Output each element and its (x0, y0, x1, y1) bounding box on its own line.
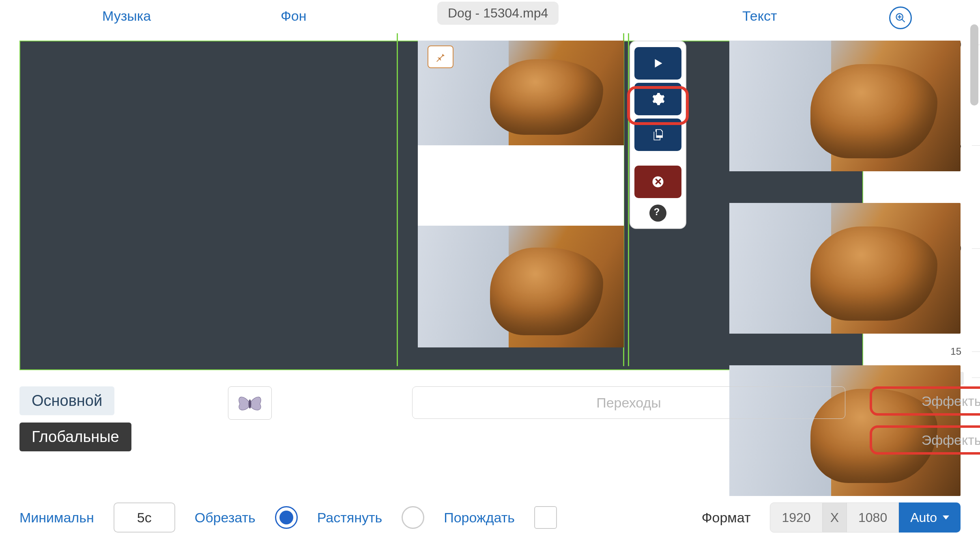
settings-button[interactable] (634, 83, 681, 115)
clip-toolbar: ? (630, 41, 686, 229)
svg-line-1 (902, 19, 905, 22)
zoom-in-icon (895, 12, 906, 24)
copy-icon (651, 127, 665, 142)
copy-button[interactable] (634, 119, 681, 151)
svg-text:?: ? (654, 206, 660, 217)
preview-thumbnail[interactable] (729, 203, 961, 334)
format-height[interactable]: 1080 (847, 502, 899, 533)
clip-column[interactable] (418, 41, 624, 347)
tab-music[interactable]: Музыка (102, 8, 151, 24)
spawn-checkbox[interactable] (534, 506, 557, 529)
gear-icon (651, 92, 665, 106)
pin-icon (434, 51, 447, 63)
effects-field-main[interactable]: Эффекты (870, 386, 980, 416)
effects-field-global[interactable]: Эффекты (870, 425, 980, 455)
ruler-tick: 15 (950, 346, 964, 357)
stretch-radio[interactable] (402, 506, 424, 529)
top-tab-row: Музыка Фон Dog - 15304.mp4 Текст Просмот… (19, 0, 961, 32)
main-tag[interactable]: Основной (19, 386, 114, 415)
segment-divider (628, 33, 629, 366)
vertical-scrollbar[interactable] (970, 24, 978, 106)
auto-label: Auto (910, 510, 937, 525)
format-group: 1920 X 1080 Auto (770, 502, 961, 533)
caret-down-icon (943, 515, 949, 520)
format-label: Формат (702, 510, 751, 526)
transitions-field[interactable]: Переходы (412, 386, 845, 419)
format-x: X (823, 502, 847, 533)
tab-text[interactable]: Текст (742, 8, 777, 24)
preview-thumbnail[interactable] (729, 41, 961, 171)
clip-thumbnail[interactable] (418, 226, 624, 347)
butterfly-button[interactable] (228, 386, 272, 420)
close-circle-icon (651, 175, 665, 189)
format-auto-dropdown[interactable]: Auto (899, 502, 961, 533)
crop-radio[interactable] (275, 506, 298, 529)
stretch-label: Растянуть (317, 510, 383, 526)
pin-button[interactable] (428, 45, 453, 68)
zoom-in-button[interactable] (889, 6, 912, 29)
butterfly-icon (235, 391, 264, 415)
footer-row: Минимальн 5с Обрезать Растянуть Порождат… (19, 502, 961, 533)
format-width[interactable]: 1920 (770, 502, 822, 533)
spawn-label: Порождать (444, 510, 515, 526)
minimal-input[interactable]: 5с (114, 502, 175, 533)
play-button[interactable] (634, 47, 681, 80)
crop-label: Обрезать (195, 510, 256, 526)
help-button[interactable]: ? (649, 205, 666, 222)
clip-gap (418, 145, 624, 226)
file-name-badge: Dog - 15304.mp4 (437, 2, 559, 25)
tab-background[interactable]: Фон (281, 8, 307, 24)
minimal-label: Минимальн (19, 510, 94, 526)
bottom-panel: Основной Глобальные Переходы Эффекты Эфф… (19, 386, 961, 533)
play-icon (651, 56, 665, 71)
segment-divider (397, 33, 398, 366)
global-tag[interactable]: Глобальные (19, 423, 131, 451)
svg-point-6 (249, 399, 251, 409)
help-icon: ? (649, 205, 664, 219)
delete-button[interactable] (634, 166, 681, 198)
